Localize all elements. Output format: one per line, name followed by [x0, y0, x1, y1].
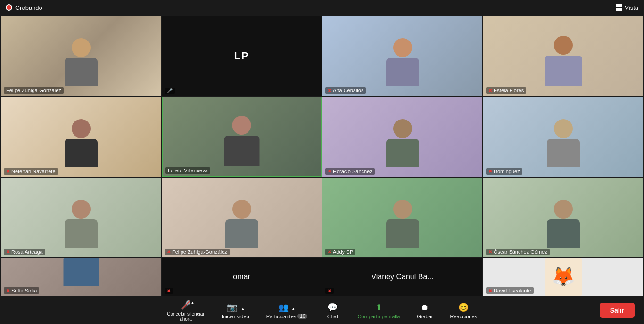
mute-icon-toolbar: 🎤 ▲ — [181, 300, 191, 310]
name-label: Felipe Zuñiga-González — [6, 88, 61, 93]
mute-icon-david: ✖ — [488, 288, 492, 293]
video-cell-estela: ✖ Estela Flores — [483, 16, 643, 96]
person-figure-horacio — [386, 119, 419, 167]
participant-name-felipe2: ✖ Felipe Zuñiga-González — [165, 249, 230, 255]
participants-count: 16 — [297, 314, 307, 319]
name-label-addy: Addy CP — [333, 249, 353, 255]
name-label-dominguez: Dominguez — [494, 169, 520, 174]
video-cell-oscar: ✖ Óscar Sánchez Gómez — [483, 178, 643, 257]
video-cell-horacio: ✖ Horacio Sánchez — [322, 97, 482, 176]
video-cell-felipe2: ✖ Felipe Zuñiga-González — [162, 178, 322, 257]
person-figure-rosa — [65, 200, 98, 248]
video-cell-vianey: Vianey Canul Ba... ✖ — [322, 258, 482, 296]
participant-name-felipe1: Felipe Zuñiga-González — [4, 87, 64, 94]
name-label-ana: Ana Ceballos — [333, 88, 363, 93]
reactions-button[interactable]: 😊 Reacciones — [442, 300, 486, 321]
name-label-oscar: Óscar Sánchez Gómez — [494, 249, 547, 255]
record-icon: ⏺ — [421, 302, 429, 313]
view-label: Vista — [625, 4, 638, 11]
chat-button[interactable]: 💬 Chat — [316, 300, 349, 321]
record-button[interactable]: ⏺ Grabar — [408, 300, 441, 321]
share-icon: ⬆ — [375, 302, 382, 313]
person-figure-ana — [386, 38, 419, 86]
video-cell-loreto: Loreto Villanueva — [162, 97, 322, 176]
video-cell-david: 🦊 ✖ David Escalante — [483, 258, 643, 296]
mute-button[interactable]: 🎤 ▲ Cancelar silenciar ahora — [158, 298, 213, 324]
participant-name-dominguez: ✖ Dominguez — [486, 168, 522, 175]
mute-icon-vianey: ✖ — [328, 288, 331, 293]
person-figure-nefertari — [65, 119, 98, 167]
participant-name-rosa: ✖ Rosa Arteaga — [4, 249, 45, 255]
top-bar: Grabando Vista — [0, 0, 644, 15]
mute-icon-ana: ✖ — [328, 88, 331, 93]
participant-name-sofia: ✖ Sofía Sofía — [4, 287, 39, 294]
participants-icon: 👥 ▲ — [278, 302, 295, 313]
person-figure-estela — [545, 36, 582, 86]
record-label: Grabar — [417, 314, 433, 319]
mute-icon-omar: ✖ — [167, 288, 171, 293]
name-label-rosa: Rosa Arteaga — [11, 249, 43, 255]
name-label-nefertari: Nefertari Navarrete — [11, 169, 56, 174]
mute-icon: 🎤 — [167, 88, 173, 93]
participant-name-estela: ✖ Estela Flores — [486, 87, 526, 94]
recording-dot — [6, 4, 12, 11]
grid-icon — [616, 4, 622, 11]
name-label-horacio: Horacio Sánchez — [333, 169, 372, 174]
recording-indicator: Grabando — [6, 4, 42, 11]
person-figure-felipe2 — [225, 200, 258, 248]
participant-name-horacio: ✖ Horacio Sánchez — [325, 168, 375, 175]
video-cell-rosa: ✖ Rosa Arteaga — [1, 178, 161, 257]
video-cell-addy: ✖ Addy CP — [322, 178, 482, 257]
participant-name-vianey: ✖ — [325, 288, 334, 294]
mute-icon-horacio: ✖ — [328, 169, 331, 174]
mute-icon-nefertari: ✖ — [6, 169, 10, 174]
toolbar: 🎤 ▲ Cancelar silenciar ahora 📷 ▲ Iniciar… — [0, 297, 644, 324]
participants-label: Participantes — [266, 314, 297, 319]
video-cell-felipe1: Felipe Zuñiga-González — [1, 16, 161, 96]
view-button[interactable]: Vista — [616, 4, 638, 11]
person-figure-loreto — [224, 116, 259, 166]
participant-name-oscar: ✖ Óscar Sánchez Gómez — [486, 249, 550, 255]
video-label: Iniciar video — [222, 314, 249, 319]
name-placeholder-omar: omar — [233, 273, 250, 281]
avatar-david: 🦊 — [545, 258, 582, 296]
share-label: Compartir pantalla — [357, 314, 400, 319]
mute-label: Cancelar silenciar ahora — [167, 311, 205, 322]
chat-icon: 💬 — [327, 302, 338, 313]
reactions-icon: 😊 — [458, 302, 469, 313]
person-figure-oscar — [547, 200, 580, 248]
name-label-loreto: Loreto Villanueva — [168, 168, 208, 173]
person-figure-addy — [386, 200, 419, 248]
participant-name-omar: ✖ — [165, 288, 173, 294]
name-placeholder-vianey: Vianey Canul Ba... — [371, 273, 433, 281]
video-cell-ana: ✖ Ana Ceballos — [322, 16, 482, 96]
participant-name-david: ✖ David Escalante — [486, 287, 534, 294]
participant-name-ana: ✖ Ana Ceballos — [325, 87, 366, 94]
video-cell-lp: LP 🎤 — [162, 16, 322, 96]
person-figure — [65, 38, 98, 86]
video-cell-omar: omar ✖ — [162, 258, 322, 296]
mute-icon-felipe2: ✖ — [167, 249, 171, 254]
video-cell-nefertari: ✖ Nefertari Navarrete — [1, 97, 161, 176]
participant-name-loreto: Loreto Villanueva — [165, 167, 210, 174]
name-label-felipe2: Felipe Zuñiga-González — [172, 249, 227, 255]
recording-label: Grabando — [15, 4, 42, 11]
name-label-sofia: Sofía Sofía — [11, 288, 37, 293]
participant-name-lp: 🎤 — [165, 88, 175, 94]
mute-icon-sofia: ✖ — [6, 288, 10, 293]
mute-icon-estela: ✖ — [488, 88, 492, 93]
exit-button[interactable]: Salir — [600, 303, 635, 318]
mute-icon-oscar: ✖ — [488, 249, 492, 254]
video-grid: Felipe Zuñiga-González LP 🎤 ✖ Ana Ceball… — [0, 15, 644, 297]
name-label-estela: Estela Flores — [494, 88, 524, 93]
participants-button[interactable]: 👥 ▲ Participantes 16 — [258, 300, 316, 321]
participant-name-addy: ✖ Addy CP — [325, 249, 355, 255]
chat-label: Chat — [327, 314, 338, 319]
video-button[interactable]: 📷 ▲ Iniciar video — [213, 300, 258, 321]
video-cell-dominguez: ✖ Dominguez — [483, 97, 643, 176]
person-figure-sofia — [63, 258, 99, 286]
name-label-david: David Escalante — [494, 288, 531, 293]
share-screen-button[interactable]: ⬆ Compartir pantalla — [349, 300, 408, 321]
mute-icon-rosa: ✖ — [6, 249, 10, 254]
video-cell-sofia: ✖ Sofía Sofía — [1, 258, 161, 296]
